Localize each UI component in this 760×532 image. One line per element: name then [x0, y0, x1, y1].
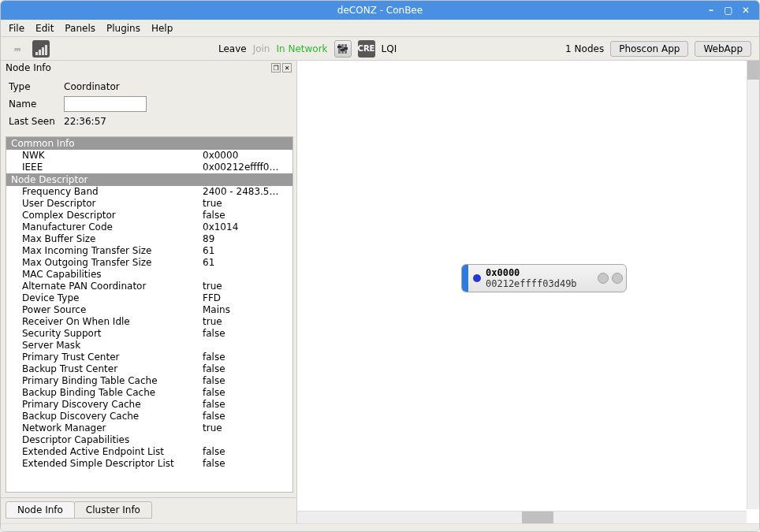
property-group-header[interactable]: Node Descriptor [6, 173, 292, 186]
network-status: In Network [276, 43, 327, 54]
property-value [203, 434, 289, 446]
property-row[interactable]: Receiver On When Idletrue [6, 316, 292, 328]
menu-edit[interactable]: Edit [35, 23, 54, 34]
statusbar [1, 523, 759, 531]
menu-panels[interactable]: Panels [65, 23, 95, 34]
menu-file[interactable]: File [9, 23, 24, 34]
property-row[interactable]: Complex Descriptorfalse [6, 210, 292, 221]
property-row[interactable]: IEEE0x00212effff0… [6, 162, 292, 173]
type-value: Coordinator [64, 81, 120, 92]
property-value: false [203, 411, 289, 422]
property-key: Manufacturer Code [22, 221, 203, 233]
property-value: 2400 - 2483.5… [203, 186, 289, 198]
lastseen-label: Last Seen [9, 116, 64, 127]
property-key: MAC Capabilities [22, 269, 203, 281]
property-key: Power Source [22, 304, 203, 316]
network-canvas[interactable]: 0x0000 00212effff03d49b [297, 61, 759, 523]
canvas-vscroll[interactable] [747, 61, 759, 509]
property-row[interactable]: NWK0x0000 [6, 150, 292, 162]
leave-button[interactable]: Leave [218, 43, 247, 54]
property-value: false [203, 387, 289, 399]
property-row[interactable]: Max Outgoing Transfer Size61 [6, 257, 292, 269]
property-key: Backup Binding Table Cache [22, 387, 203, 399]
close-icon[interactable]: ✕ [739, 3, 753, 17]
cre-button[interactable]: CRE [358, 40, 375, 58]
menu-help[interactable]: Help [151, 23, 173, 34]
node-color-bar [462, 265, 468, 292]
canvas-hscroll[interactable] [297, 511, 747, 523]
tab-node-info[interactable]: Node Info [6, 501, 75, 519]
property-value: true [203, 422, 289, 434]
property-key: Max Outgoing Transfer Size [22, 257, 203, 269]
property-value [203, 340, 289, 352]
app-window: deCONZ - ConBee – ▢ ✕ File Edit Panels P… [0, 0, 760, 532]
property-row[interactable]: Manufacturer Code0x1014 [6, 221, 292, 233]
property-row[interactable]: Power SourceMains [6, 304, 292, 316]
panel-close-icon[interactable]: ✕ [282, 63, 292, 73]
property-value: false [203, 375, 289, 387]
content: Node Info ❐ ✕ Type Coordinator Name Last… [1, 61, 759, 523]
property-key: Security Support [22, 328, 203, 340]
property-row[interactable]: Security Supportfalse [6, 328, 292, 340]
property-row[interactable]: Device TypeFFD [6, 292, 292, 304]
property-key: Receiver On When Idle [22, 316, 203, 328]
panel-title: Node Info [6, 62, 270, 73]
name-input[interactable] [64, 96, 147, 112]
phoscon-button[interactable]: Phoscon App [610, 41, 688, 57]
property-list[interactable]: Common InfoNWK0x0000IEEE0x00212effff0…No… [6, 136, 293, 493]
property-row[interactable]: Extended Active Endpoint Listfalse [6, 446, 292, 458]
property-row[interactable]: Primary Binding Table Cachefalse [6, 375, 292, 387]
property-value: true [203, 198, 289, 210]
webapp-button[interactable]: WebApp [695, 41, 751, 57]
property-row[interactable]: Server Mask [6, 340, 292, 352]
node-endpoint-dot[interactable] [598, 273, 609, 284]
property-value: 89 [203, 233, 289, 245]
property-key: Complex Descriptor [22, 210, 203, 221]
property-row[interactable]: Backup Trust Centerfalse [6, 363, 292, 375]
panel-float-icon[interactable]: ❐ [271, 63, 281, 73]
property-key: Backup Trust Center [22, 363, 203, 375]
property-value: 61 [203, 245, 289, 257]
property-key: Server Mask [22, 340, 203, 352]
property-value: true [203, 316, 289, 328]
tab-cluster-info[interactable]: Cluster Info [74, 501, 152, 519]
property-row[interactable]: Backup Binding Table Cachefalse [6, 387, 292, 399]
toolbar: ⎓ Leave Join In Network CRE LQI 1 Nodes … [1, 37, 759, 61]
property-row[interactable]: Frequency Band2400 - 2483.5… [6, 186, 292, 198]
property-group-header[interactable]: Common Info [6, 137, 292, 150]
property-value: 0x1014 [203, 221, 289, 233]
property-row[interactable]: Max Incoming Transfer Size61 [6, 245, 292, 257]
menubar: File Edit Panels Plugins Help [1, 20, 759, 37]
property-value: false [203, 399, 289, 411]
property-row[interactable]: Network Managertrue [6, 422, 292, 434]
maximize-icon[interactable]: ▢ [721, 3, 736, 17]
property-row[interactable]: Backup Discovery Cachefalse [6, 411, 292, 422]
titlebar[interactable]: deCONZ - ConBee – ▢ ✕ [1, 1, 759, 20]
signal-icon[interactable] [32, 40, 50, 58]
menu-plugins[interactable]: Plugins [106, 23, 140, 34]
node-widget[interactable]: 0x0000 00212effff03d49b [461, 264, 627, 292]
sliders-icon[interactable] [334, 40, 352, 58]
property-value: false [203, 363, 289, 375]
property-row[interactable]: User Descriptortrue [6, 198, 292, 210]
property-row[interactable]: Alternate PAN Coordinatortrue [6, 281, 292, 292]
node-status-led-icon [473, 274, 481, 282]
property-row[interactable]: Max Buffer Size89 [6, 233, 292, 245]
lastseen-value: 22:36:57 [64, 116, 106, 127]
property-value: Mains [203, 304, 289, 316]
property-row[interactable]: Primary Trust Centerfalse [6, 352, 292, 363]
property-value: false [203, 446, 289, 458]
property-row[interactable]: Extended Simple Descriptor Listfalse [6, 458, 292, 470]
property-key: NWK [22, 150, 203, 162]
join-button[interactable]: Join [253, 43, 270, 54]
lqi-button[interactable]: LQI [382, 43, 397, 54]
connect-icon[interactable]: ⎓ [9, 40, 26, 58]
property-row[interactable]: Descriptor Capabilities [6, 434, 292, 446]
node-endpoint-dot[interactable] [612, 273, 623, 284]
minimize-icon[interactable]: – [704, 3, 718, 17]
property-value: FFD [203, 292, 289, 304]
property-row[interactable]: MAC Capabilities [6, 269, 292, 281]
property-row[interactable]: Primary Discovery Cachefalse [6, 399, 292, 411]
name-label: Name [9, 99, 64, 110]
window-title: deCONZ - ConBee [255, 5, 504, 16]
